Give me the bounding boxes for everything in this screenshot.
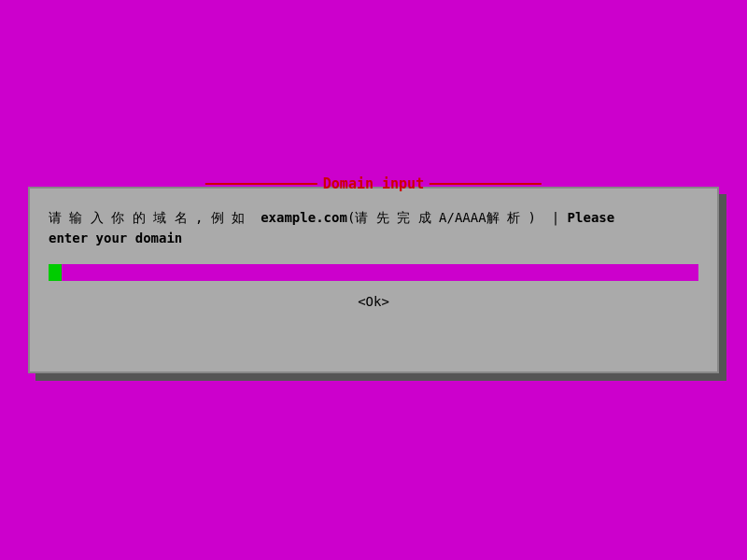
domain-input-field[interactable] <box>62 264 698 281</box>
dialog-box: Domain input 请 输 入 你 的 域 名 , 例 如 example… <box>28 187 719 373</box>
ok-button[interactable]: <Ok> <box>350 292 397 311</box>
dialog-container: Domain input 请 输 入 你 的 域 名 , 例 如 example… <box>28 187 719 373</box>
dialog-title-bar: Domain input <box>205 175 542 192</box>
dialog-title: Domain input <box>323 175 424 192</box>
description-line1: 请 输 入 你 的 域 名 , 例 如 example.com(请 先 完 成 … <box>49 210 614 225</box>
title-line-right <box>430 183 542 185</box>
description-text: 请 输 入 你 的 域 名 , 例 如 example.com(请 先 完 成 … <box>49 207 698 249</box>
title-line-left <box>205 183 317 185</box>
input-row <box>49 264 698 281</box>
description-line2: enter your domain <box>49 231 182 245</box>
input-cursor <box>49 264 62 281</box>
dialog-content: 请 输 入 你 的 域 名 , 例 如 example.com(请 先 完 成 … <box>30 189 717 320</box>
ok-button-row: <Ok> <box>49 292 698 311</box>
